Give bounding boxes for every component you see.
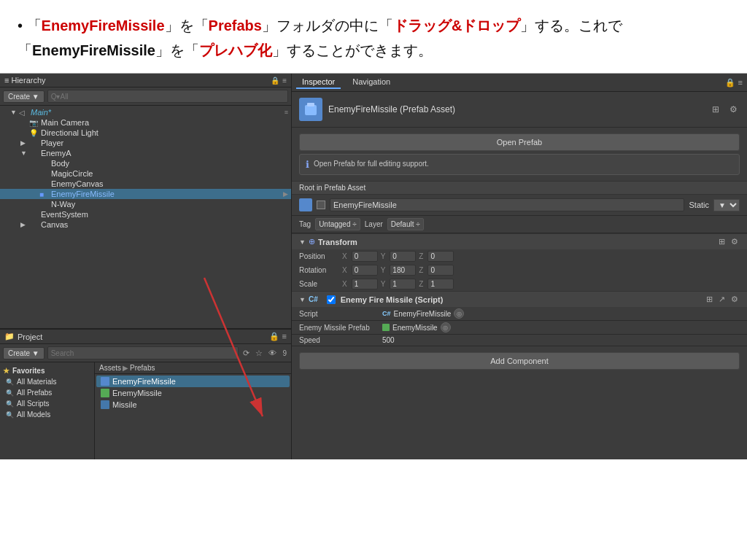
arrow-icon: ▼ [20,149,29,157]
hierarchy-toolbar: Create ▼ [0,88,291,106]
tree-item-main[interactable]: ▼ ◁ Main* ≡ [0,107,291,117]
enemy-fire-missile-ref1: EnemyFireMissile [42,18,165,34]
rotation-x-input[interactable] [352,265,378,276]
tree-item-enemya[interactable]: ▼ EnemyA [0,148,291,158]
prefab-ka-ref: プレハブ化 [199,42,272,58]
lock-icon[interactable]: 🔒 [269,332,279,341]
eye-icon[interactable]: 👁 [267,349,278,357]
tree-item-eventsystem[interactable]: EventSystem [0,209,291,219]
missile-cube-icon [382,324,390,331]
tree-item-dir-light[interactable]: 💡 Directional Light [0,128,291,138]
transform-position-row: Position X Y Z [292,249,747,263]
tree-item-player[interactable]: ▶ Player [0,138,291,148]
menu-icon[interactable]: ≡ [282,77,287,85]
asset-item-enemymissile[interactable]: EnemyMissile [96,387,290,399]
enemy-missile-select-btn[interactable]: ◎ [441,322,451,332]
inspector-tab[interactable]: Inspector [296,76,341,89]
rotation-z-input[interactable] [427,265,454,276]
search-icon: 🔍 [6,389,14,397]
transform-settings-icon[interactable]: ⚙ [729,237,740,246]
position-y-input[interactable] [390,251,416,262]
breadcrumb-assets[interactable]: Assets [99,364,121,372]
prefab-preview-icon[interactable]: ⊞ [710,104,721,114]
sidebar-all-scripts[interactable]: 🔍 All Scripts [0,398,94,409]
lock-icon[interactable]: 🔒 [725,78,735,88]
tree-item-canvas[interactable]: ▶ Canvas [0,219,291,230]
tree-label: EnemyCanvas [51,179,291,188]
script-ref-icon[interactable]: ⊞ [705,295,714,304]
menu-icon[interactable]: ≡ [282,332,287,341]
tree-label: N-Way [51,200,291,209]
transform-ref-icon[interactable]: ⊞ [717,237,727,246]
hierarchy-search-input[interactable] [47,90,288,103]
bullet: • [18,18,23,34]
svg-rect-1 [307,103,314,106]
position-z-input[interactable] [427,251,454,262]
scale-y-input[interactable] [390,279,416,289]
tree-item-enemyfiremissile[interactable]: ■ EnemyFireMissile ▶ [0,189,291,199]
asset-cube-icon [101,377,109,386]
asset-item-enemyfiremissile[interactable]: EnemyFireMissile [96,376,290,387]
script-active-checkbox[interactable] [327,295,336,304]
project-folder-icon: 📁 [4,332,15,341]
scale-x-input[interactable] [352,279,378,289]
sidebar-all-models[interactable]: 🔍 All Models [0,409,94,420]
inspector-header: Inspector Navigation 🔒 ≡ [292,74,747,92]
sidebar-label: All Models [17,411,50,419]
gameobject-name-input[interactable] [330,198,684,211]
prefab-asset-name: EnemyFireMissile (Prefab Asset) [328,104,704,114]
hierarchy-icons: 🔒 ≡ [271,77,287,85]
open-prefab-button[interactable]: Open Prefab [299,133,740,151]
rotation-y-input[interactable] [390,265,416,276]
sidebar-label: All Materials [17,378,56,386]
search-icon: 🔍 [6,378,14,386]
script-field-label: Script [299,310,379,318]
enemy-fire-missile-ref2: EnemyFireMissile [32,42,155,58]
tree-item-magiccircle[interactable]: MagicCircle [0,168,291,179]
refresh-icon[interactable]: ⟳ [241,349,251,358]
script-component-header[interactable]: ▼ C# Enemy Fire Missile (Script) ⊞ ↗ ⚙ [292,292,747,307]
tree-item-main-camera[interactable]: 📷 Main Camera [0,117,291,128]
menu-icon[interactable]: ≡ [738,78,743,88]
breadcrumb-prefabs[interactable]: Prefabs [130,364,155,372]
transform-header[interactable]: ▼ ⊕ Transform ⊞ ⚙ [292,234,747,249]
script-select-btn[interactable]: ◎ [454,308,464,319]
x-label: X [342,266,347,274]
lock-icon[interactable]: 🔒 [271,77,279,85]
sidebar-all-prefabs[interactable]: 🔍 All Prefabs [0,387,94,398]
script-speed-row: Speed 500 [292,335,747,346]
star-icon[interactable]: ☆ [254,349,264,358]
hierarchy-create-button[interactable]: Create ▼ [3,90,44,103]
tag-dropdown[interactable]: Untagged ÷ [315,218,360,230]
static-dropdown[interactable]: ▼ [713,199,740,211]
hierarchy-title-area: ≡ Hierarchy [4,76,46,85]
tree-item-nway[interactable]: N-Way [0,199,291,209]
add-component-button[interactable]: Add Component [299,352,740,370]
position-label: Position [299,252,339,260]
scale-z-input[interactable] [427,279,454,289]
script-link-icon[interactable]: ↗ [717,295,727,304]
tree-label: Body [51,159,291,168]
sidebar-all-materials[interactable]: 🔍 All Materials [0,376,94,387]
asset-count: 9 [282,349,287,357]
tree-item-body[interactable]: Body [0,158,291,168]
static-label: Static [689,201,709,209]
navigation-tab[interactable]: Navigation [347,76,396,89]
favorites-header[interactable]: ★ Favorites [0,365,94,376]
script-script-row: Script C# EnemyFireMissile ◎ [292,307,747,321]
layer-dropdown[interactable]: Default ÷ [387,218,424,230]
active-checkbox[interactable] [317,201,325,209]
prefab-cube-icon [299,98,322,121]
script-settings-icon[interactable]: ⚙ [729,295,740,304]
z-label: Z [419,280,423,288]
project-create-button[interactable]: Create ▼ [3,347,44,359]
enemy-missile-text: EnemyMissile [392,324,438,332]
tree-label: EnemyA [41,149,291,158]
prefab-settings-icon[interactable]: ⚙ [727,104,740,114]
project-search-input[interactable] [47,346,239,359]
position-x-input[interactable] [352,251,378,262]
asset-item-missile[interactable]: Missile [96,399,290,411]
tag-layer-row: Tag Untagged ÷ Layer Default ÷ [292,216,747,233]
tree-item-enemycanvas[interactable]: EnemyCanvas [0,179,291,189]
tree-label: Directional Light [41,128,291,137]
